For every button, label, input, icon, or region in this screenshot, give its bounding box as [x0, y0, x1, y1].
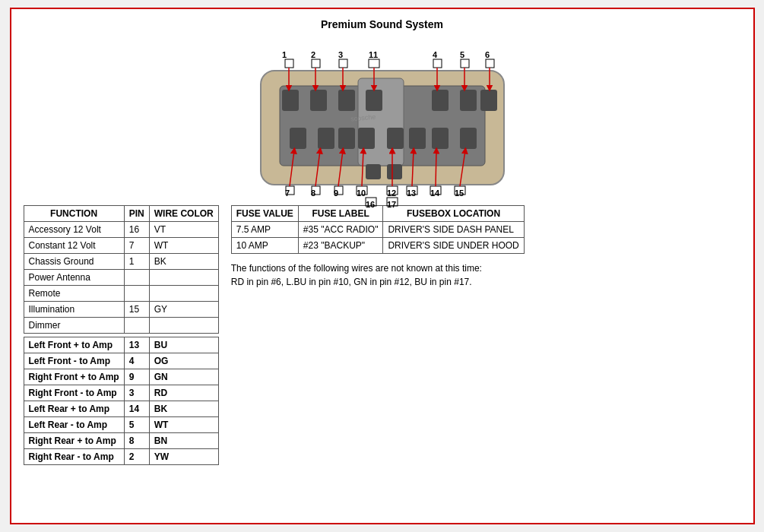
table-row: Constant 12 Volt 7 WT [24, 238, 218, 254]
svg-text:12: 12 [387, 188, 396, 198]
cell-color [149, 270, 218, 286]
cell-pin: 5 [124, 417, 149, 433]
cell-function: Left Rear + to Amp [24, 401, 124, 417]
cell-function: Dimmer [24, 318, 124, 334]
table-row: Left Front - to Amp 4 OG [24, 353, 218, 369]
cell-function: Right Front - to Amp [24, 385, 124, 401]
svg-rect-33 [433, 59, 442, 68]
cell-function: Left Rear - to Amp [24, 417, 124, 433]
col-function: FUNCTION [24, 206, 124, 222]
cell-pin: 14 [124, 401, 149, 417]
table-row: Right Front + to Amp 9 GN [24, 369, 218, 385]
right-section: FUSE VALUE FUSE LABEL FUSEBOX LOCATION 7… [231, 205, 741, 289]
svg-text:4: 4 [433, 50, 438, 59]
cell-function: Accessory 12 Volt [24, 222, 124, 238]
cell-color: YW [149, 449, 218, 465]
cell-color [149, 286, 218, 302]
connector-diagram: 1 2 3 11 4 [24, 36, 741, 196]
svg-rect-9 [480, 90, 497, 111]
cell-function: Right Front + to Amp [24, 369, 124, 385]
cell-function: Right Rear - to Amp [24, 449, 124, 465]
cell-pin: 8 [124, 433, 149, 449]
note-line2: RD in pin #6, L.BU in pin #10, GN in pin… [231, 277, 472, 287]
svg-rect-10 [290, 128, 306, 149]
cell-color: BN [149, 433, 218, 449]
svg-text:16: 16 [366, 200, 375, 209]
cell-function: Remote [24, 286, 124, 302]
svg-rect-2 [282, 90, 299, 111]
table-row: Right Front - to Amp 3 RD [24, 385, 218, 401]
cell-pin: 4 [124, 353, 149, 369]
svg-line-61 [436, 150, 436, 186]
cell-pin: 16 [124, 222, 149, 238]
cell-pin: 13 [124, 337, 149, 353]
cell-function: Right Rear + to Amp [24, 433, 124, 449]
svg-text:2: 2 [311, 50, 315, 59]
svg-text:1: 1 [282, 50, 287, 59]
svg-text:5: 5 [460, 50, 464, 59]
svg-text:15: 15 [455, 188, 464, 198]
cell-pin: 1 [124, 254, 149, 270]
cell-color: WT [149, 238, 218, 254]
table-row: Left Front + to Amp 13 BU [24, 337, 218, 353]
cell-function: Power Antenna [24, 270, 124, 286]
fuse-value: 10 AMP [231, 238, 298, 254]
svg-rect-16 [432, 128, 449, 149]
table-row: Chassis Ground 1 BK [24, 254, 218, 270]
svg-rect-30 [369, 59, 379, 68]
connector-svg: 1 2 3 11 4 [238, 36, 527, 211]
table-row: Left Rear - to Amp 5 WT [24, 417, 218, 433]
table-row: Left Rear + to Amp 14 BK [24, 401, 218, 417]
fuse-location: DRIVER'S SIDE UNDER HOOD [383, 238, 524, 254]
cell-pin: 15 [124, 302, 149, 318]
svg-text:3: 3 [338, 50, 343, 59]
main-table-wrap: FUNCTION PIN WIRE COLOR Accessory 12 Vol… [24, 205, 219, 465]
cell-pin [124, 286, 149, 302]
table-row: Right Rear + to Amp 8 BN [24, 433, 218, 449]
svg-text:10: 10 [357, 188, 366, 198]
cell-color: RD [149, 385, 218, 401]
svg-rect-6 [366, 90, 382, 111]
cell-color: GY [149, 302, 218, 318]
main-table: FUNCTION PIN WIRE COLOR Accessory 12 Vol… [24, 205, 219, 465]
svg-text:13: 13 [407, 188, 416, 198]
note-section: The functions of the following wires are… [231, 261, 626, 289]
table-row: Accessory 12 Volt 16 VT [24, 222, 218, 238]
svg-rect-15 [409, 128, 426, 149]
svg-text:14: 14 [430, 188, 440, 198]
cell-color: OG [149, 353, 218, 369]
table-row: Remote [24, 286, 218, 302]
cell-function: Constant 12 Volt [24, 238, 124, 254]
cell-pin: 2 [124, 449, 149, 465]
fuse-label: #23 "BACKUP" [298, 238, 383, 254]
svg-rect-12 [338, 128, 355, 149]
svg-rect-18 [366, 164, 381, 179]
fuse-table-row: 7.5 AMP #35 "ACC RADIO" DRIVER'S SIDE DA… [231, 222, 524, 238]
cell-color: GN [149, 369, 218, 385]
table-row: Illumination 15 GY [24, 302, 218, 318]
svg-rect-7 [432, 90, 449, 111]
svg-rect-27 [339, 59, 347, 68]
svg-rect-17 [460, 128, 477, 149]
page-title: Premium Sound System [24, 18, 741, 30]
fuse-label: #35 "ACC RADIO" [298, 222, 383, 238]
fuse-value: 7.5 AMP [231, 222, 298, 238]
cell-color: BK [149, 401, 218, 417]
svg-text:11: 11 [369, 50, 378, 59]
svg-text:6: 6 [485, 50, 490, 59]
cell-function: Left Front - to Amp [24, 353, 124, 369]
cell-pin: 7 [124, 238, 149, 254]
svg-rect-13 [358, 128, 375, 149]
table-row: Dimmer [24, 318, 218, 334]
fuse-location: DRIVER'S SIDE DASH PANEL [383, 222, 524, 238]
svg-rect-3 [310, 90, 327, 111]
svg-rect-39 [486, 59, 494, 68]
cell-function: Chassis Ground [24, 254, 124, 270]
cell-function: Illumination [24, 302, 124, 318]
cell-pin: 3 [124, 385, 149, 401]
cell-pin [124, 318, 149, 334]
cell-color [149, 318, 218, 334]
table-row: Right Rear - to Amp 2 YW [24, 449, 218, 465]
col-color: WIRE COLOR [149, 206, 218, 222]
cell-color: BK [149, 254, 218, 270]
